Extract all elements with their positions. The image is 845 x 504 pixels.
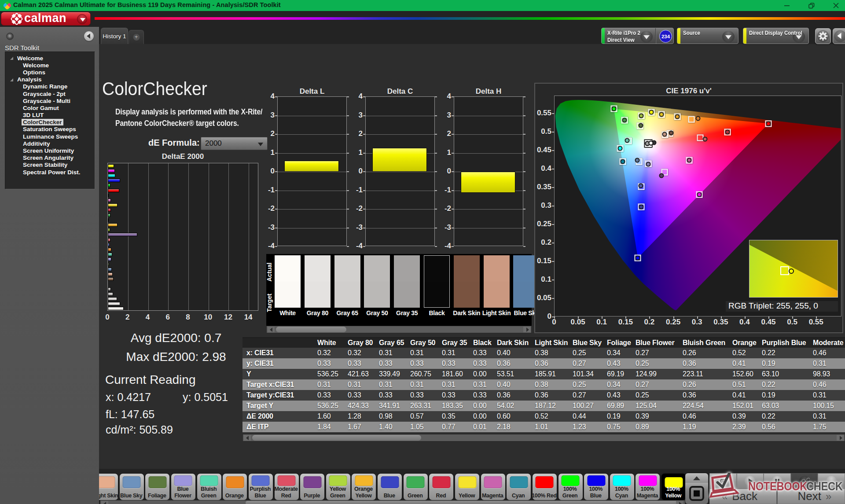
- meter-dropdown[interactable]: X-Rite i1Pro 2 Direct View 234: [601, 28, 674, 44]
- color-button-magenta[interactable]: Magenta: [481, 474, 505, 500]
- meter-dropdown-arrow[interactable]: [640, 31, 653, 43]
- table-cell: 0.27: [573, 360, 607, 368]
- color-button-light-skin[interactable]: Light Skin: [99, 474, 118, 500]
- tree-item-colorchecker[interactable]: ColorChecker: [5, 119, 95, 126]
- deltae-bar-yellow-green: [108, 228, 110, 232]
- color-button-100-cyan[interactable]: 100% Cyan: [610, 474, 634, 500]
- transport-pause-button[interactable]: [764, 473, 791, 489]
- strip-scroll-right-arrow[interactable]: [523, 327, 530, 332]
- sidebar-collapse-button[interactable]: [84, 31, 94, 41]
- color-button-blue[interactable]: Blue: [378, 474, 402, 500]
- transport-play-button[interactable]: [737, 473, 764, 489]
- back-button[interactable]: «Back: [709, 489, 777, 504]
- tree-item-dynamic-range[interactable]: Dynamic Range: [5, 83, 95, 90]
- tree-item-spectral-power-dist-[interactable]: Spectral Power Dist.: [5, 169, 95, 176]
- color-button-100-red[interactable]: 100% Red: [533, 474, 557, 500]
- patch-strip: Actual Target WhiteGray 80Gray 65Gray 50…: [266, 254, 532, 326]
- sidebar-pin-button[interactable]: [6, 33, 14, 40]
- toolbar-scrollbar[interactable]: [100, 500, 685, 504]
- color-button-100-blue[interactable]: 100% Blue: [584, 474, 608, 500]
- calman-menu-button[interactable]: calman: [1, 12, 91, 26]
- tab-history-1[interactable]: History 1: [101, 28, 128, 44]
- table-cell: 0.36: [535, 360, 573, 368]
- toolbar-expand-button[interactable]: [685, 473, 708, 483]
- color-button-100-green[interactable]: 100% Green: [558, 474, 583, 500]
- tree-item-screen-uniformity[interactable]: Screen Uniformity: [5, 147, 95, 154]
- cie-measured-bluish-green: [625, 138, 630, 143]
- tree-item-color-gamut[interactable]: Color Gamut: [5, 104, 95, 111]
- minimize-button[interactable]: [784, 3, 790, 8]
- tree-item-grayscale-2pt[interactable]: Grayscale - 2pt: [5, 90, 95, 97]
- toolbar-scroll-thumb[interactable]: [246, 501, 679, 504]
- color-button-purple[interactable]: Purple: [300, 474, 324, 500]
- tree-item-analysis[interactable]: Analysis: [5, 76, 95, 83]
- table-row-label: x: CIE31: [242, 349, 317, 357]
- table-cell: 0.52: [732, 349, 762, 357]
- color-button-yellow[interactable]: Yellow: [455, 474, 479, 500]
- tree-item-options[interactable]: Options: [5, 69, 95, 76]
- table-cell: 1.28: [348, 412, 379, 420]
- table-cell: 0.25: [636, 391, 683, 399]
- tree-item-welcome[interactable]: Welcome: [5, 62, 95, 69]
- next-button[interactable]: Next»: [777, 489, 845, 504]
- stat-current-reading-label: Current Reading: [105, 373, 195, 387]
- settings-button[interactable]: [815, 28, 831, 44]
- display-control-dropdown[interactable]: Direct Display Control: [743, 28, 809, 44]
- color-button-blue-sky[interactable]: Blue Sky: [120, 474, 144, 500]
- calman-dropdown-arrow[interactable]: [77, 14, 87, 24]
- transport-record-button[interactable]: [818, 473, 845, 489]
- color-button-cyan[interactable]: Cyan: [507, 474, 531, 500]
- color-button-100-yellow[interactable]: 100% Yellow: [661, 474, 685, 500]
- delta-chart-title: Delta C: [365, 87, 435, 96]
- transport-loop-button[interactable]: [791, 473, 818, 489]
- restore-button[interactable]: [808, 3, 815, 9]
- table-cell: 0.33: [442, 391, 473, 399]
- tree-item-welcome[interactable]: Welcome: [5, 55, 95, 62]
- transport-read-button[interactable]: [709, 473, 737, 489]
- table-cell: 0.31: [442, 381, 473, 389]
- table-cell: 0.31: [379, 349, 410, 357]
- color-button-red[interactable]: Red: [429, 474, 453, 500]
- table-cell: 0.31: [473, 381, 497, 389]
- tree-item-grayscale-multi[interactable]: Grayscale - Multi: [5, 97, 95, 104]
- table-scroll-right-arrow[interactable]: [837, 435, 844, 441]
- cie-measured-foliage: [639, 123, 643, 128]
- table-scroll-left-arrow[interactable]: [244, 435, 251, 441]
- tree-item-screen-stability[interactable]: Screen Stability: [5, 162, 95, 169]
- layout-tree: WelcomeWelcomeOptionsAnalysisDynamic Ran…: [5, 52, 95, 189]
- stop-measure-button[interactable]: [685, 483, 708, 504]
- color-button-blue-flower[interactable]: Blue Flower: [171, 474, 195, 500]
- table-scroll-thumb[interactable]: [252, 435, 421, 441]
- color-button-orange[interactable]: Orange: [223, 474, 247, 500]
- strip-scroll-thumb[interactable]: [276, 327, 346, 332]
- tree-item-additivity[interactable]: Additivity: [5, 140, 95, 147]
- toolbar-scroll-right-arrow[interactable]: [676, 501, 683, 504]
- table-cell: 0.46: [813, 349, 845, 357]
- tab-add-button[interactable]: +: [129, 30, 144, 44]
- strip-scrollbar[interactable]: [266, 326, 532, 333]
- source-dropdown-arrow[interactable]: [722, 31, 735, 43]
- color-button-purplish-blue[interactable]: Purplish Blue: [249, 474, 273, 500]
- panel-collapse-button[interactable]: [833, 28, 845, 44]
- table-cell: 0.36: [683, 360, 732, 368]
- color-button-foliage[interactable]: Foliage: [145, 474, 169, 500]
- meter-count-badge[interactable]: 234: [659, 30, 672, 43]
- color-button-100-magenta[interactable]: 100% Magenta: [636, 474, 660, 500]
- strip-scroll-left-arrow[interactable]: [268, 327, 275, 332]
- tree-item-luminance-sweeps[interactable]: Luminance Sweeps: [5, 133, 95, 140]
- toolbar-scroll-left-arrow[interactable]: [101, 501, 108, 504]
- color-button-label: Blue: [377, 493, 402, 499]
- close-button[interactable]: [833, 3, 839, 8]
- color-button-green[interactable]: Green: [404, 474, 428, 500]
- color-button-moderate-red[interactable]: Moderate Red: [275, 474, 299, 500]
- table-scrollbar[interactable]: [242, 434, 845, 441]
- table-cell: 98.93: [813, 370, 845, 378]
- tree-item-saturation-sweeps[interactable]: Saturation Sweeps: [5, 126, 95, 133]
- tree-item-screen-angularity[interactable]: Screen Angularity: [5, 155, 95, 162]
- source-dropdown[interactable]: Source: [677, 28, 738, 44]
- tree-item-3d-lut[interactable]: 3D LUT: [5, 112, 95, 119]
- color-button-bluish-green[interactable]: Bluish Green: [197, 474, 221, 500]
- color-button-label: Yellow Green: [325, 486, 350, 499]
- color-button-orange-yellow[interactable]: Orange Yellow: [352, 474, 376, 500]
- color-button-yellow-green[interactable]: Yellow Green: [326, 474, 350, 500]
